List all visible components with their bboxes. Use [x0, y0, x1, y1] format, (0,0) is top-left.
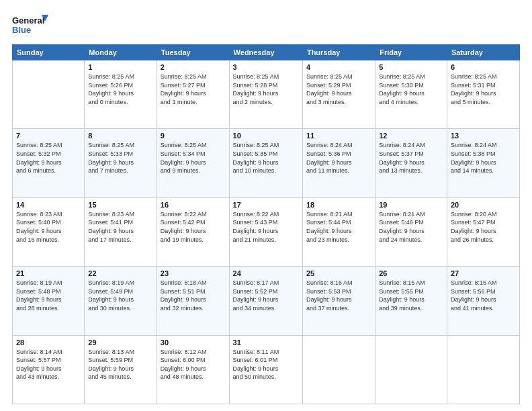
day-number: 30	[161, 338, 226, 347]
day-info: Sunrise: 8:25 AM Sunset: 5:33 PM Dayligh…	[88, 141, 153, 175]
calendar-cell: 28Sunrise: 8:14 AM Sunset: 5:57 PM Dayli…	[13, 335, 85, 404]
day-number: 12	[379, 132, 443, 140]
calendar-cell: 2Sunrise: 8:25 AM Sunset: 5:27 PM Daylig…	[157, 60, 229, 129]
week-row-0: 1Sunrise: 8:25 AM Sunset: 5:26 PM Daylig…	[13, 60, 520, 129]
day-info: Sunrise: 8:21 AM Sunset: 5:44 PM Dayligh…	[306, 210, 371, 244]
day-info: Sunrise: 8:25 AM Sunset: 5:35 PM Dayligh…	[233, 141, 299, 175]
calendar-cell: 27Sunrise: 8:15 AM Sunset: 5:56 PM Dayli…	[447, 267, 519, 335]
calendar-cell: 23Sunrise: 8:18 AM Sunset: 5:51 PM Dayli…	[157, 267, 229, 335]
day-info: Sunrise: 8:11 AM Sunset: 6:01 PM Dayligh…	[233, 348, 299, 381]
day-number: 18	[306, 201, 371, 209]
calendar-cell: 30Sunrise: 8:12 AM Sunset: 6:00 PM Dayli…	[157, 335, 229, 404]
day-info: Sunrise: 8:25 AM Sunset: 5:28 PM Dayligh…	[233, 73, 299, 106]
header: GeneralBlue	[12, 12, 520, 39]
calendar-cell: 29Sunrise: 8:13 AM Sunset: 5:59 PM Dayli…	[85, 335, 157, 404]
calendar-cell: 24Sunrise: 8:17 AM Sunset: 5:52 PM Dayli…	[229, 267, 302, 335]
header-wednesday: Wednesday	[229, 45, 302, 60]
day-number: 25	[306, 269, 371, 277]
day-info: Sunrise: 8:20 AM Sunset: 5:47 PM Dayligh…	[451, 210, 516, 244]
day-number: 29	[88, 338, 153, 347]
day-number: 3	[233, 63, 299, 71]
day-number: 10	[233, 132, 299, 140]
day-info: Sunrise: 8:19 AM Sunset: 5:48 PM Dayligh…	[16, 279, 81, 312]
day-number: 8	[88, 132, 153, 140]
calendar-cell	[375, 335, 447, 404]
day-number: 13	[451, 132, 516, 140]
day-info: Sunrise: 8:25 AM Sunset: 5:26 PM Dayligh…	[88, 73, 153, 106]
day-number: 27	[451, 269, 516, 277]
logo: GeneralBlue	[12, 12, 52, 39]
calendar-cell: 14Sunrise: 8:23 AM Sunset: 5:40 PM Dayli…	[13, 197, 85, 266]
calendar-cell: 20Sunrise: 8:20 AM Sunset: 5:47 PM Dayli…	[447, 197, 519, 266]
day-number: 23	[161, 269, 226, 277]
calendar-cell: 31Sunrise: 8:11 AM Sunset: 6:01 PM Dayli…	[229, 335, 302, 404]
day-info: Sunrise: 8:24 AM Sunset: 5:36 PM Dayligh…	[306, 141, 371, 175]
svg-text:General: General	[12, 15, 44, 26]
day-number: 16	[161, 201, 226, 209]
day-number: 5	[379, 63, 443, 71]
day-number: 1	[88, 63, 153, 71]
header-friday: Friday	[375, 45, 447, 60]
day-number: 21	[16, 269, 81, 277]
day-info: Sunrise: 8:21 AM Sunset: 5:46 PM Dayligh…	[379, 210, 443, 244]
calendar-cell	[447, 335, 519, 404]
day-info: Sunrise: 8:22 AM Sunset: 5:42 PM Dayligh…	[161, 210, 226, 244]
day-info: Sunrise: 8:25 AM Sunset: 5:34 PM Dayligh…	[161, 141, 226, 175]
calendar-cell: 11Sunrise: 8:24 AM Sunset: 5:36 PM Dayli…	[302, 129, 375, 197]
day-number: 19	[379, 201, 443, 209]
calendar-header-row: SundayMondayTuesdayWednesdayThursdayFrid…	[13, 45, 520, 60]
day-number: 31	[233, 338, 299, 347]
day-info: Sunrise: 8:19 AM Sunset: 5:49 PM Dayligh…	[88, 279, 153, 312]
day-number: 17	[233, 201, 299, 209]
day-info: Sunrise: 8:25 AM Sunset: 5:27 PM Dayligh…	[161, 73, 226, 106]
calendar-cell: 18Sunrise: 8:21 AM Sunset: 5:44 PM Dayli…	[302, 197, 375, 266]
calendar-cell: 1Sunrise: 8:25 AM Sunset: 5:26 PM Daylig…	[85, 60, 157, 129]
calendar-cell: 5Sunrise: 8:25 AM Sunset: 5:30 PM Daylig…	[375, 60, 447, 129]
day-info: Sunrise: 8:12 AM Sunset: 6:00 PM Dayligh…	[161, 348, 226, 381]
calendar-cell: 10Sunrise: 8:25 AM Sunset: 5:35 PM Dayli…	[229, 129, 302, 197]
calendar-cell: 9Sunrise: 8:25 AM Sunset: 5:34 PM Daylig…	[157, 129, 229, 197]
calendar-cell	[13, 60, 85, 129]
header-thursday: Thursday	[302, 45, 375, 60]
day-info: Sunrise: 8:15 AM Sunset: 5:56 PM Dayligh…	[451, 279, 516, 312]
day-number: 4	[306, 63, 371, 71]
calendar-cell: 7Sunrise: 8:25 AM Sunset: 5:32 PM Daylig…	[13, 129, 85, 197]
day-info: Sunrise: 8:24 AM Sunset: 5:38 PM Dayligh…	[451, 141, 516, 175]
week-row-2: 14Sunrise: 8:23 AM Sunset: 5:40 PM Dayli…	[13, 197, 520, 266]
week-row-4: 28Sunrise: 8:14 AM Sunset: 5:57 PM Dayli…	[13, 335, 520, 404]
calendar-cell: 6Sunrise: 8:25 AM Sunset: 5:31 PM Daylig…	[447, 60, 519, 129]
day-info: Sunrise: 8:14 AM Sunset: 5:57 PM Dayligh…	[16, 348, 81, 381]
day-number: 14	[16, 201, 81, 209]
calendar-cell: 13Sunrise: 8:24 AM Sunset: 5:38 PM Dayli…	[447, 129, 519, 197]
day-number: 28	[16, 338, 81, 347]
day-info: Sunrise: 8:18 AM Sunset: 5:51 PM Dayligh…	[161, 279, 226, 312]
day-info: Sunrise: 8:17 AM Sunset: 5:52 PM Dayligh…	[233, 279, 299, 312]
calendar-cell: 21Sunrise: 8:19 AM Sunset: 5:48 PM Dayli…	[13, 267, 85, 335]
svg-text:Blue: Blue	[12, 25, 31, 35]
page: GeneralBlue SundayMondayTuesdayWednesday…	[0, 0, 532, 411]
day-number: 9	[161, 132, 226, 140]
day-info: Sunrise: 8:22 AM Sunset: 5:43 PM Dayligh…	[233, 210, 299, 244]
day-number: 22	[88, 269, 153, 277]
day-info: Sunrise: 8:15 AM Sunset: 5:55 PM Dayligh…	[379, 279, 443, 312]
calendar-cell: 15Sunrise: 8:23 AM Sunset: 5:41 PM Dayli…	[85, 197, 157, 266]
calendar-cell: 25Sunrise: 8:16 AM Sunset: 5:53 PM Dayli…	[302, 267, 375, 335]
calendar-cell: 3Sunrise: 8:25 AM Sunset: 5:28 PM Daylig…	[229, 60, 302, 129]
day-info: Sunrise: 8:13 AM Sunset: 5:59 PM Dayligh…	[88, 348, 153, 381]
day-info: Sunrise: 8:25 AM Sunset: 5:29 PM Dayligh…	[306, 73, 371, 106]
calendar-cell: 8Sunrise: 8:25 AM Sunset: 5:33 PM Daylig…	[85, 129, 157, 197]
calendar-cell: 4Sunrise: 8:25 AM Sunset: 5:29 PM Daylig…	[302, 60, 375, 129]
calendar-cell: 19Sunrise: 8:21 AM Sunset: 5:46 PM Dayli…	[375, 197, 447, 266]
header-saturday: Saturday	[447, 45, 519, 60]
calendar-cell: 22Sunrise: 8:19 AM Sunset: 5:49 PM Dayli…	[85, 267, 157, 335]
day-info: Sunrise: 8:24 AM Sunset: 5:37 PM Dayligh…	[379, 141, 443, 175]
day-info: Sunrise: 8:23 AM Sunset: 5:40 PM Dayligh…	[16, 210, 81, 244]
calendar-cell: 12Sunrise: 8:24 AM Sunset: 5:37 PM Dayli…	[375, 129, 447, 197]
calendar-cell: 26Sunrise: 8:15 AM Sunset: 5:55 PM Dayli…	[375, 267, 447, 335]
week-row-3: 21Sunrise: 8:19 AM Sunset: 5:48 PM Dayli…	[13, 267, 520, 335]
day-number: 15	[88, 201, 153, 209]
day-info: Sunrise: 8:25 AM Sunset: 5:31 PM Dayligh…	[451, 73, 516, 106]
calendar-cell: 17Sunrise: 8:22 AM Sunset: 5:43 PM Dayli…	[229, 197, 302, 266]
day-number: 11	[306, 132, 371, 140]
day-number: 20	[451, 201, 516, 209]
